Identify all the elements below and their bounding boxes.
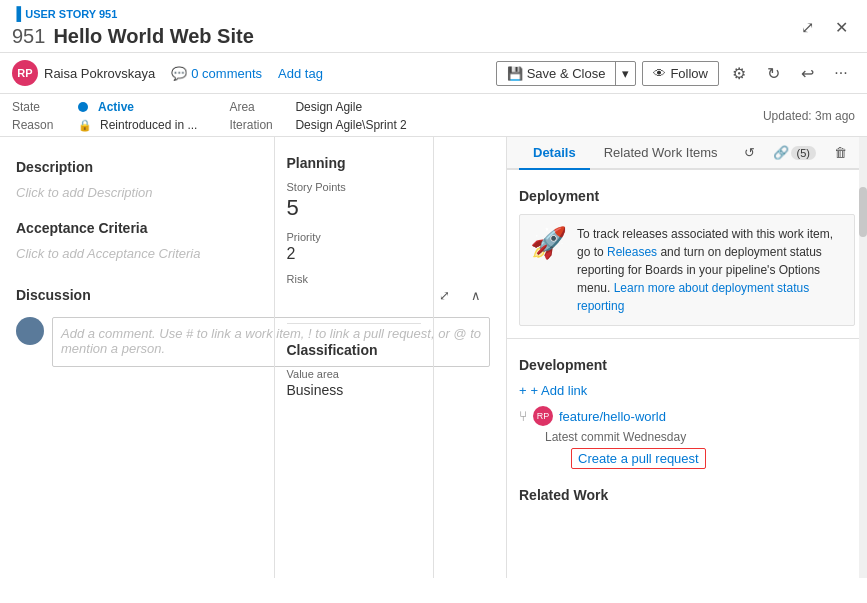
risk-value[interactable] [287,287,421,307]
right-content: Deployment 🚀 To track releases associate… [507,170,867,578]
expand-discussion-button[interactable]: ⤢ [430,281,458,309]
meta-bar: State Active Reason 🔒 Reintroduced in ..… [0,94,867,137]
iteration-label: Iteration [229,118,289,132]
commit-text: Latest commit Wednesday [545,430,855,444]
toolbar-left: RP Raisa Pokrovskaya 💬 0 comments Add ta… [12,60,323,86]
priority-value[interactable]: 2 [287,245,421,263]
reason-value: Reintroduced in ... [100,118,197,132]
pull-request-container: Create a pull request [545,448,855,469]
title-id: 951 [12,25,45,48]
close-button[interactable]: ✕ [827,13,855,41]
toolbar: RP Raisa Pokrovskaya 💬 0 comments Add ta… [0,53,867,94]
deployment-icon: 🚀 [530,225,567,315]
story-points-value[interactable]: 5 [287,195,421,221]
user-info: RP Raisa Pokrovskaya [12,60,155,86]
meta-col2: Area Design Agile Iteration Design Agile… [229,100,406,132]
add-link-button[interactable]: + + Add link [519,383,855,398]
state-value: Active [98,100,134,114]
settings-button[interactable]: ⚙ [725,59,753,87]
save-label: Save & Close [527,66,606,81]
area-label: Area [229,100,289,114]
user-name: Raisa Pokrovskaya [44,66,155,81]
save-icon: 💾 [507,66,523,81]
planning-section: Planning Story Points 5 Priority 2 Risk [287,155,421,307]
priority-label: Priority [287,231,421,243]
add-link-label: + Add link [531,383,588,398]
title-bar-left: ▐ USER STORY 951 951 Hello World Web Sit… [12,6,254,48]
discussion-icons: ⤢ ∧ [430,281,490,309]
deployment-text: To track releases associated with this w… [577,225,844,315]
links-count-badge: (5) [791,146,816,160]
value-area-value[interactable]: Business [287,382,421,398]
save-close-button[interactable]: 💾 Save & Close ▾ [496,61,637,86]
related-work-section: Related Work [507,487,867,525]
classification-title: Classification [287,342,421,358]
comment-avatar [16,317,44,345]
avatar: RP [12,60,38,86]
planning-title: Planning [287,155,421,171]
story-points-label: Story Points [287,181,421,193]
main-content: Description Click to add Description Acc… [0,137,867,578]
title-main: 951 Hello World Web Site [12,25,254,48]
reason-item: Reason 🔒 Reintroduced in ... [12,118,197,132]
add-tag-link[interactable]: Add tag [278,66,323,81]
create-pull-request-link[interactable]: Create a pull request [571,448,706,469]
comments-link[interactable]: 💬 0 comments [171,66,262,81]
plus-icon: + [519,383,527,398]
branch-icon: ⑂ [519,408,527,424]
links-icon: 🔗 [773,145,789,160]
follow-label: Follow [670,66,708,81]
iteration-value: Design Agile\Sprint 2 [295,118,406,132]
tab-details[interactable]: Details [519,137,590,170]
eye-icon: 👁 [653,66,666,81]
collapse-discussion-button[interactable]: ∧ [462,281,490,309]
refresh-button[interactable]: ↻ [759,59,787,87]
save-close-main[interactable]: 💾 Save & Close [497,62,617,85]
area-value: Design Agile [295,100,362,114]
scrollbar-thumb[interactable] [859,187,867,237]
state-label: State [12,100,72,114]
branch-item: ⑂ RP feature/hello-world [519,406,855,426]
tabs-bar: Details Related Work Items ↺ 🔗 (5) 🗑 [507,137,867,170]
iteration-item: Iteration Design Agile\Sprint 2 [229,118,406,132]
expand-button[interactable]: ⤢ [793,13,821,41]
scrollbar-track[interactable] [859,137,867,578]
lock-icon: 🔒 [78,119,92,132]
planning-panel: Planning Story Points 5 Priority 2 Risk … [274,137,434,578]
discussion-title: Discussion [16,287,91,303]
undo-button[interactable]: ↩ [793,59,821,87]
meta-col1: State Active Reason 🔒 Reintroduced in ..… [12,100,197,132]
updated-text: Updated: 3m ago [763,109,855,123]
related-work-title: Related Work [519,487,855,503]
value-area-label: Value area [287,368,421,380]
deployment-box: 🚀 To track releases associated with this… [519,214,855,326]
meta-fields: State Active Reason 🔒 Reintroduced in ..… [12,100,407,132]
reason-label: Reason [12,118,72,132]
releases-link[interactable]: Releases [607,245,657,259]
comment-count: 0 comments [191,66,262,81]
development-title: Development [519,357,855,373]
breadcrumb-link[interactable]: USER STORY 951 [25,8,117,20]
classification-section: Classification Value area Business [287,323,421,398]
save-close-arrow[interactable]: ▾ [616,62,635,85]
more-button[interactable]: ··· [827,59,855,87]
risk-label: Risk [287,273,421,285]
development-section: Development + + Add link ⑂ RP feature/he… [507,339,867,481]
links-tab-button[interactable]: 🔗 (5) [765,139,824,168]
follow-button[interactable]: 👁 Follow [642,61,719,86]
state-dot [78,102,88,112]
deployment-section: Deployment 🚀 To track releases associate… [507,170,867,339]
deployment-title: Deployment [519,188,855,204]
story-icon: ▐ [12,6,21,21]
tabs-right-icons: ↺ 🔗 (5) 🗑 [736,139,855,166]
branch-avatar: RP [533,406,553,426]
title-bar: ▐ USER STORY 951 951 Hello World Web Sit… [0,0,867,53]
title-name: Hello World Web Site [53,25,253,48]
right-panel: Details Related Work Items ↺ 🔗 (5) 🗑 Dep… [507,137,867,578]
title-bar-right: ⤢ ✕ [793,13,855,41]
delete-tab-button[interactable]: 🗑 [826,139,855,168]
history-tab-button[interactable]: ↺ [736,139,763,168]
branch-link[interactable]: feature/hello-world [559,409,666,424]
state-item: State Active [12,100,197,114]
tab-related-work-items[interactable]: Related Work Items [590,137,732,170]
